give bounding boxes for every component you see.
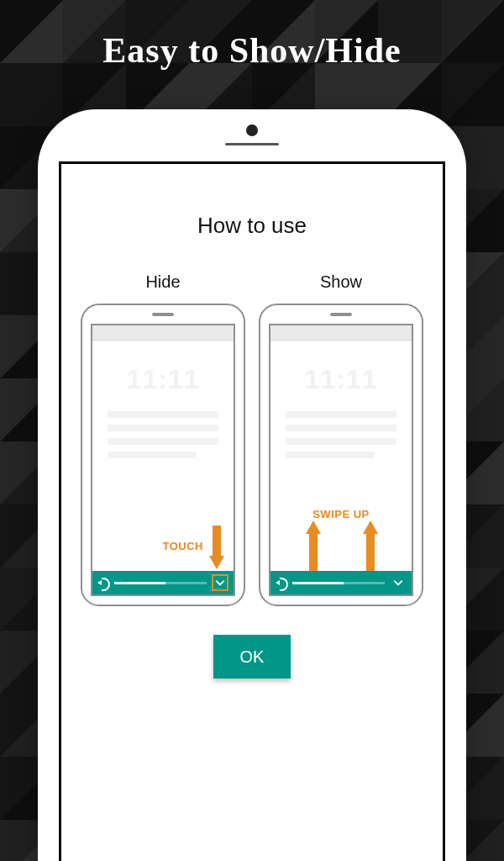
column-hide-label: Hide: [145, 272, 180, 292]
volume-icon: [97, 577, 109, 589]
mini-clock: 11:11: [92, 364, 234, 395]
chevron-down-icon: [393, 578, 403, 588]
device-screen: How to use Hide 11:11: [59, 161, 445, 861]
mini-screen-hide: 11:11 TOUCH: [91, 324, 235, 596]
mini-phone-hide: 11:11 TOUCH: [81, 304, 245, 606]
marketing-headline: Easy to Show/Hide: [0, 30, 504, 71]
arrow-up-icon: [306, 520, 321, 571]
speaker-bar-icon: [225, 143, 279, 145]
mini-speaker-icon: [152, 313, 174, 316]
mini-speaker-icon: [330, 313, 352, 316]
mini-statusbar: [270, 325, 412, 341]
placeholder-lines: [286, 411, 396, 465]
instruction-pair: Hide 11:11 TOUCH: [81, 272, 423, 606]
column-show: Show 11:11 SWIPE UP: [259, 272, 423, 606]
mini-clock: 11:11: [270, 364, 412, 395]
device-mockup: How to use Hide 11:11: [38, 109, 466, 861]
mini-statusbar: [92, 325, 234, 341]
volume-bar[interactable]: [92, 571, 234, 594]
placeholder-lines: [108, 411, 218, 465]
arrow-down-icon: [209, 526, 224, 569]
collapse-button[interactable]: [212, 574, 228, 591]
mini-screen-show: 11:11 SWIPE UP: [269, 324, 413, 596]
mini-phone-show: 11:11 SWIPE UP: [259, 304, 423, 606]
page-title: How to use: [197, 213, 307, 239]
touch-label: TOUCH: [163, 540, 203, 552]
ok-button[interactable]: OK: [213, 635, 291, 679]
chevron-down-icon: [215, 578, 225, 588]
speaker-dot-icon: [246, 124, 258, 136]
volume-slider[interactable]: [114, 582, 207, 584]
volume-bar[interactable]: [270, 571, 412, 594]
volume-icon: [276, 577, 287, 589]
swipe-up-label: SWIPE UP: [270, 508, 412, 520]
collapse-button[interactable]: [390, 574, 407, 591]
arrow-up-icon: [363, 520, 378, 571]
volume-slider[interactable]: [292, 582, 385, 584]
column-show-label: Show: [320, 272, 362, 292]
column-hide: Hide 11:11 TOUCH: [81, 272, 245, 606]
